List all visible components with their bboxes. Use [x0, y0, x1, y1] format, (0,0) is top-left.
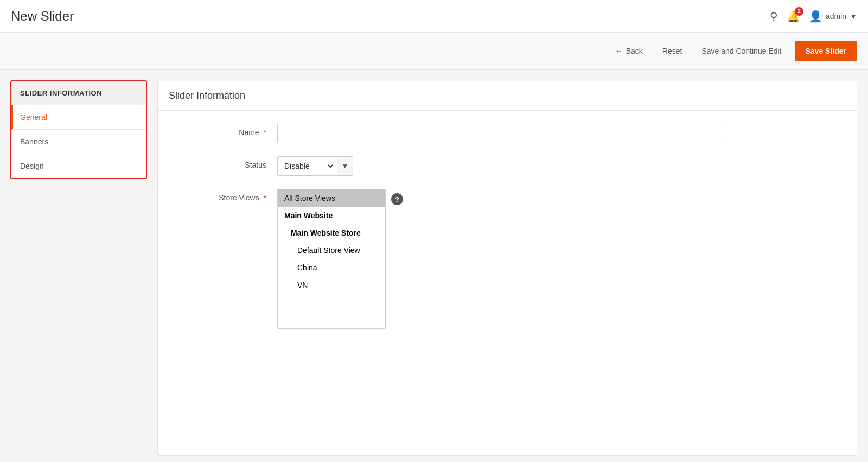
status-row: Status Disable Enable ▼	[169, 156, 846, 176]
name-required-star: *	[264, 128, 266, 137]
top-bar: New Slider ⚲ 🔔 2 👤 admin ▼	[0, 0, 868, 33]
store-views-control: All Store Views Main Website Main Websit…	[277, 189, 846, 329]
status-select[interactable]: Disable Enable	[278, 158, 335, 174]
status-control: Disable Enable ▼	[277, 156, 846, 176]
back-button[interactable]: ← Back	[609, 42, 649, 60]
notification-badge: 2	[795, 7, 803, 16]
form-body: Name * Status Disable Enable	[158, 111, 857, 355]
store-views-select[interactable]: All Store Views Main Website Main Websit…	[277, 189, 386, 329]
option-china[interactable]: China	[278, 259, 385, 276]
name-control	[277, 124, 846, 143]
main-content: SLIDER INFORMATION General Banners Desig…	[0, 70, 868, 462]
sidebar-panel: SLIDER INFORMATION General Banners Desig…	[11, 81, 146, 179]
save-continue-button[interactable]: Save and Continue Edit	[695, 42, 788, 60]
option-vn[interactable]: VN	[278, 276, 385, 294]
search-icon[interactable]: ⚲	[770, 10, 778, 23]
form-panel: Slider Information Name * Status	[157, 81, 857, 456]
select-arrow-icon: ▼	[337, 157, 353, 175]
name-label: Name *	[169, 124, 277, 137]
sidebar-item-banners[interactable]: Banners	[11, 130, 146, 154]
help-icon[interactable]: ?	[391, 193, 403, 205]
chevron-down-icon: ▼	[850, 12, 857, 21]
option-main-website[interactable]: Main Website	[278, 207, 385, 224]
admin-avatar-icon: 👤	[809, 10, 822, 23]
sidebar-header: SLIDER INFORMATION	[11, 81, 146, 105]
option-main-website-store[interactable]: Main Website Store	[278, 224, 385, 242]
admin-label: admin	[826, 12, 846, 21]
notification-icon[interactable]: 🔔 2	[787, 10, 800, 23]
reset-button[interactable]: Reset	[656, 42, 689, 60]
top-bar-icons: ⚲ 🔔 2 👤 admin ▼	[770, 10, 857, 23]
name-input[interactable]	[277, 124, 722, 143]
page-title: New Slider	[11, 9, 74, 24]
option-all-store-views[interactable]: All Store Views	[278, 189, 385, 207]
sidebar-item-design[interactable]: Design	[11, 154, 146, 178]
back-arrow-icon: ←	[615, 47, 623, 55]
action-bar: ← Back Reset Save and Continue Edit Save…	[0, 33, 868, 70]
sidebar: SLIDER INFORMATION General Banners Desig…	[11, 81, 146, 456]
status-label: Status	[169, 156, 277, 169]
save-slider-button[interactable]: Save Slider	[795, 41, 858, 61]
store-views-row: Store Views * All Store Views Main Websi…	[169, 189, 846, 329]
option-default-store-view[interactable]: Default Store View	[278, 242, 385, 259]
admin-user-menu[interactable]: 👤 admin ▼	[809, 10, 857, 23]
store-views-container: All Store Views Main Website Main Websit…	[277, 189, 846, 329]
store-views-label: Store Views *	[169, 189, 277, 202]
name-row: Name *	[169, 124, 846, 143]
sidebar-item-general[interactable]: General	[11, 105, 146, 130]
form-section-title: Slider Information	[158, 81, 857, 111]
store-views-required-star: *	[264, 193, 266, 202]
status-select-wrapper: Disable Enable ▼	[277, 156, 353, 176]
